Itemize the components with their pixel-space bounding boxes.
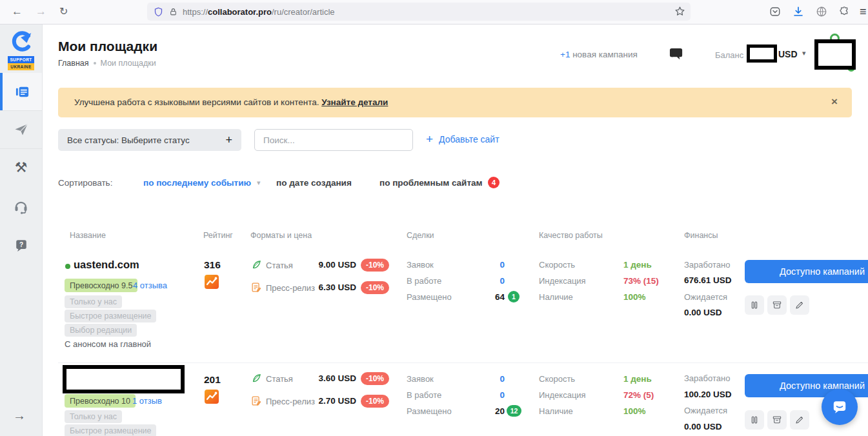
add-site-plus-icon: +: [426, 133, 433, 146]
pause-button[interactable]: [745, 410, 764, 430]
campaign-count: +1: [560, 50, 570, 59]
sort-by-created[interactable]: по дате создания: [276, 178, 352, 188]
browser-forward-icon[interactable]: →: [35, 4, 46, 19]
finance-earned-label: Заработано: [684, 260, 730, 270]
archive-button[interactable]: [767, 410, 787, 430]
quality-speed-value: 1 день: [623, 374, 652, 384]
row-divider: [58, 362, 868, 363]
site-tag: Только у нас: [65, 410, 122, 423]
site-note: С анонсом на главной: [65, 339, 151, 349]
address-bar[interactable]: https://collaborator.pro/ru/creator/arti…: [147, 3, 691, 21]
reviews-link[interactable]: 4 отзыва: [133, 281, 167, 290]
quality-indexing-value: 72% (5): [623, 390, 654, 400]
quality-availability-label: Наличие: [539, 406, 573, 416]
site-online-dot: [65, 264, 70, 269]
site-tag: Быстрое размещение: [65, 424, 156, 436]
finance-earned-value: 100.20 USD: [684, 390, 732, 399]
banner-details-link[interactable]: Узнайте детали: [321, 97, 388, 107]
status-filter-plus-icon[interactable]: +: [225, 134, 232, 147]
finance-expected-label: Ожидается: [684, 292, 727, 302]
banner-close-icon[interactable]: ×: [831, 95, 838, 108]
table-row: uastend.com Превосходно 9.5 4 отзыва Тол…: [0, 255, 868, 362]
deals-inprogress-value: 0: [452, 276, 505, 286]
archive-button[interactable]: [767, 295, 787, 315]
score-badge: Превосходно 10: [65, 394, 136, 408]
site-name-link[interactable]: uastend.com: [74, 259, 139, 271]
breadcrumb: Главная Мои площадки: [58, 59, 156, 68]
sidebar-item-support[interactable]: [0, 188, 42, 225]
lock-icon[interactable]: [169, 8, 177, 16]
collaborator-logo[interactable]: SUPPORT UKRAINE: [0, 30, 42, 70]
status-filter-dropdown[interactable]: Все статусы: Выберите статус +: [58, 129, 241, 151]
sidebar-item-my-platforms[interactable]: [0, 73, 42, 110]
quality-availability-value: 100%: [623, 292, 646, 302]
browser-back-icon[interactable]: ←: [12, 4, 23, 19]
url-host: collaborator.pro: [208, 7, 272, 17]
sidebar-item-campaigns[interactable]: [0, 111, 42, 148]
rating-chart-icon[interactable]: [205, 390, 219, 404]
discount-badge: -10%: [361, 372, 389, 385]
menu-hamburger-icon[interactable]: ≡: [860, 4, 867, 19]
tools-icon: ⚒: [15, 159, 28, 176]
deals-requests-label: Заявок: [407, 374, 434, 384]
deals-requests-value: 0: [452, 374, 505, 384]
globe-icon[interactable]: [816, 6, 827, 20]
score-badge: Превосходно 9.5: [65, 279, 137, 292]
quality-availability-label: Наличие: [539, 292, 573, 302]
tracking-shield-icon[interactable]: [154, 7, 163, 17]
user-avatar-redacted[interactable]: [814, 39, 856, 70]
problem-count-badge: 4: [488, 177, 500, 188]
rating-chart-icon[interactable]: [205, 275, 219, 289]
deals-placed-label: Размещено: [407, 292, 452, 302]
new-campaign-notice[interactable]: +1 новая кампания: [560, 50, 638, 59]
sort-by-problem-sites[interactable]: по проблемным сайтам: [379, 178, 483, 188]
discount-badge: -10%: [361, 395, 389, 408]
discount-badge: -10%: [361, 259, 389, 272]
format-price: 9.00 USD: [290, 260, 356, 270]
deals-placed-value: 20: [452, 406, 505, 416]
browser-reload-icon[interactable]: ↻: [59, 4, 68, 19]
deals-placed-value: 64: [452, 292, 505, 302]
balance-amount-redacted: [747, 45, 777, 63]
support-chat-widget[interactable]: [822, 389, 858, 425]
deals-inprogress-label: В работе: [407, 276, 441, 286]
quality-indexing-label: Индексация: [539, 276, 586, 286]
bookmark-star-icon[interactable]: [674, 6, 685, 19]
balance-caret-icon[interactable]: ▾: [802, 49, 806, 57]
campaign-label: новая кампания: [570, 50, 637, 59]
quality-speed-label: Скорость: [539, 374, 575, 384]
site-name-redacted: [63, 365, 185, 393]
breadcrumb-separator: [94, 62, 96, 64]
pocket-save-icon[interactable]: [769, 6, 781, 20]
edit-pencil-button[interactable]: [790, 410, 809, 430]
url-text[interactable]: https://collaborator.pro/ru/creator/arti…: [183, 7, 335, 17]
sort-caret-icon[interactable]: ▾: [257, 179, 261, 187]
site-tag: Только у нас: [65, 295, 122, 308]
logo-c-icon: [10, 30, 32, 52]
deals-inprogress-value: 0: [452, 390, 505, 400]
article-feather-icon: [251, 373, 262, 386]
col-header-formats: Форматы и цена: [250, 231, 312, 240]
messages-chat-icon[interactable]: [669, 46, 684, 64]
chat-bubble-icon: [831, 399, 848, 415]
sort-by-last-event[interactable]: по последнему событию: [143, 178, 251, 188]
breadcrumb-home[interactable]: Главная: [58, 59, 89, 68]
add-site-button[interactable]: + Добавьте сайт: [426, 133, 500, 146]
downloads-icon[interactable]: [792, 6, 804, 20]
reviews-link[interactable]: 1 отзыв: [132, 396, 162, 406]
feed-icon: [15, 84, 30, 99]
format-price: 2.70 USD: [290, 396, 356, 406]
browser-toolbar: ← → ↻ https://collaborator.pro/ru/creato…: [0, 0, 868, 25]
sidebar-item-tools[interactable]: ⚒: [0, 149, 42, 186]
available-campaigns-button[interactable]: Доступно кампаний: [745, 260, 868, 283]
quality-indexing-value: 73% (15): [623, 276, 659, 286]
pause-button[interactable]: [745, 295, 764, 315]
placed-new-badge: 1: [508, 291, 520, 302]
question-chat-icon: ?: [14, 238, 28, 252]
format-price: 6.30 USD: [290, 282, 356, 292]
edit-pencil-button[interactable]: [790, 295, 809, 315]
quality-speed-label: Скорость: [539, 260, 575, 270]
search-input[interactable]: [254, 129, 413, 151]
extensions-puzzle-icon[interactable]: [839, 6, 850, 19]
finance-expected-label: Ожидается: [684, 406, 727, 415]
